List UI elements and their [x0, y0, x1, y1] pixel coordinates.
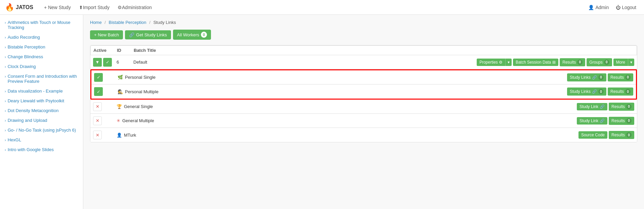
flame-icon: 🔥 [5, 3, 14, 12]
personal-single-check: ✓ [94, 73, 118, 82]
breadcrumb-sep1: / [104, 20, 106, 25]
mturk-row: ✕ 👤 MTurk Source Code Results 0 [90, 128, 637, 142]
personal-multiple-results-button[interactable]: Results 0 [608, 88, 633, 96]
sidebar-item-deary[interactable]: › Deary Liewald with Psytoolkit [0, 96, 83, 106]
mturk-title: 👤 MTurk [117, 133, 578, 138]
sidebar-item-dataviz[interactable]: › Data visualization - Example [0, 86, 83, 96]
toolbar: + New Batch 🔗 Get Study Links All Worker… [90, 30, 637, 40]
sidebar: › Arithmetics with Touch or Mouse Tracki… [0, 15, 83, 209]
col-title-header: Batch Title [134, 48, 634, 53]
personal-single-row: ✓ 🌿 Personal Single Study Links 🔗 0 [91, 70, 636, 84]
sidebar-item-dot-density[interactable]: › Dot Density Metacognition [0, 106, 83, 115]
import-study-link[interactable]: ⬆ Import Study [75, 0, 114, 15]
sidebar-item-label: Deary Liewald with Psytoolkit [8, 98, 64, 103]
personal-multiple-links-badge: 0 [598, 89, 604, 94]
topnav-right: 👤 Admin ⏻ Logout [586, 5, 639, 10]
general-single-results-button[interactable]: Results 0 [609, 103, 634, 111]
chevron-right-icon: › [5, 118, 6, 123]
sidebar-item-drawing[interactable]: › Drawing and Upload [0, 115, 83, 125]
personal-multiple-row: ✓ 🕵 Personal Multiple Study Links 🔗 0 [91, 84, 636, 99]
new-batch-button[interactable]: + New Batch [90, 30, 123, 39]
default-batch-title: Default [133, 60, 477, 65]
link-icon: 🔗 [600, 104, 605, 109]
chevron-right-icon: › [5, 35, 6, 39]
brand-logo[interactable]: 🔥 JATOS [5, 3, 33, 12]
personal-single-active-button[interactable]: ✓ [94, 73, 103, 82]
groups-badge: 0 [604, 60, 609, 65]
chevron-right-icon: › [5, 109, 6, 113]
chevron-right-icon: › [5, 74, 6, 78]
general-single-active-button[interactable]: ✕ [93, 102, 102, 111]
sidebar-item-hexgl[interactable]: › HexGL [0, 135, 83, 145]
highlighted-worker-rows: ✓ 🌿 Personal Single Study Links 🔗 0 [90, 69, 637, 100]
sidebar-item-bistable[interactable]: › Bistable Perception [0, 42, 83, 52]
sidebar-item-audio[interactable]: › Audio Recording [0, 32, 83, 42]
get-study-links-button[interactable]: 🔗 Get Study Links [125, 30, 171, 39]
sidebar-item-label: Audio Recording [8, 35, 40, 40]
batch-table: Active ID Batch Title ▼ ✓ 6 Default Prop… [90, 45, 637, 142]
chevron-right-icon: › [5, 128, 6, 132]
main-layout: › Arithmetics with Touch or Mouse Tracki… [0, 15, 644, 209]
default-batch-id: 6 [117, 60, 133, 65]
personal-single-results-button[interactable]: Results 0 [608, 73, 633, 81]
all-workers-button[interactable]: All Workers 0 [173, 30, 211, 40]
top-navigation: 🔥 JATOS + New Study ⬆ Import Study ⚙ Adm… [0, 0, 644, 15]
personal-multiple-active-button[interactable]: ✓ [94, 87, 103, 96]
sidebar-item-change-blindness[interactable]: › Change Blindness [0, 52, 83, 62]
main-content: Home / Bistable Perception / Study Links… [83, 15, 644, 209]
default-results-button[interactable]: Results 0 [560, 58, 585, 66]
user-icon: 👤 [588, 5, 594, 10]
properties-button[interactable]: Properties ⚙ [477, 59, 505, 66]
breadcrumb-home[interactable]: Home [90, 20, 102, 25]
general-single-check: ✕ [93, 102, 117, 111]
more-dropdown-button[interactable]: ▾ [628, 59, 634, 66]
breadcrumb-sep2: / [149, 20, 151, 25]
general-multiple-active-button[interactable]: ✕ [93, 116, 102, 125]
personal-multiple-study-links-button[interactable]: Study Links 🔗 0 [567, 88, 606, 96]
mturk-results-button[interactable]: Results 0 [609, 131, 634, 139]
general-single-actions: Study Link 🔗 Results 0 [577, 103, 634, 111]
mturk-results-badge: 0 [626, 132, 632, 138]
person-icon: 🕵 [118, 89, 123, 94]
sidebar-item-go-nogo[interactable]: › Go- / No-Go Task (using jsPsych 6) [0, 125, 83, 135]
general-single-study-link-button[interactable]: Study Link 🔗 [577, 103, 607, 110]
mturk-source-code-button[interactable]: Source Code [578, 131, 607, 139]
batch-session-button[interactable]: Batch Session Data ⊞ [513, 59, 558, 66]
breadcrumb-study[interactable]: Bistable Perception [109, 20, 146, 25]
mturk-actions: Source Code Results 0 [578, 131, 634, 139]
groups-button[interactable]: Groups 0 [587, 58, 612, 66]
sidebar-item-arithmetics[interactable]: › Arithmetics with Touch or Mouse Tracki… [0, 18, 83, 32]
general-multiple-results-button[interactable]: Results 0 [609, 117, 634, 125]
administration-link[interactable]: ⚙ Administration [114, 0, 156, 15]
logout-link[interactable]: ⏻ Logout [613, 5, 639, 10]
link-icon: 🔗 [600, 118, 605, 123]
sidebar-item-label: Go- / No-Go Task (using jsPsych 6) [8, 128, 76, 133]
mturk-icon: 👤 [117, 133, 122, 138]
general-multiple-row: ✕ ✳ General Multiple Study Link 🔗 Result… [90, 114, 637, 128]
general-single-results-badge: 0 [626, 104, 632, 109]
sidebar-item-intro-google[interactable]: › Intro with Google Slides [0, 145, 83, 154]
properties-dropdown-button[interactable]: ▾ [505, 59, 512, 66]
personal-multiple-check: ✓ [94, 87, 118, 96]
sidebar-item-clock-drawing[interactable]: › Clock Drawing [0, 62, 83, 71]
all-workers-badge: 0 [201, 32, 207, 38]
mturk-check: ✕ [93, 131, 117, 139]
general-multiple-results-badge: 0 [626, 118, 632, 124]
default-results-badge: 0 [577, 60, 583, 65]
breadcrumb: Home / Bistable Perception / Study Links [90, 20, 637, 25]
link-icon: 🔗 [129, 32, 134, 37]
default-batch-actions: Properties ⚙ ▾ Batch Session Data ⊞ Resu… [477, 58, 634, 66]
sidebar-item-label: Drawing and Upload [8, 118, 47, 123]
more-button[interactable]: More [613, 59, 628, 66]
default-expand-button[interactable]: ▼ [93, 58, 102, 67]
default-active-button[interactable]: ✓ [103, 58, 112, 67]
new-study-link[interactable]: + New Study [40, 0, 75, 15]
admin-link[interactable]: 👤 Admin [586, 5, 611, 10]
personal-single-study-links-button[interactable]: Study Links 🔗 0 [567, 73, 606, 81]
mturk-active-button[interactable]: ✕ [93, 131, 102, 139]
general-multiple-study-link-button[interactable]: Study Link 🔗 [577, 117, 607, 125]
link-icon: 🔗 [592, 89, 597, 94]
sidebar-item-consent[interactable]: › Consent Form and Introduction with Pre… [0, 71, 83, 86]
chevron-right-icon: › [5, 45, 6, 49]
chevron-right-icon: › [5, 138, 6, 142]
